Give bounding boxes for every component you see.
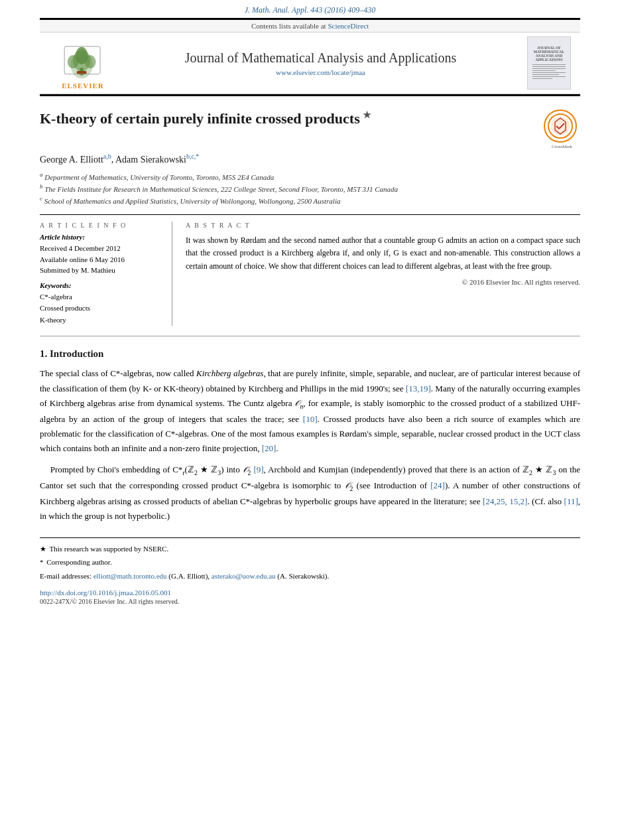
authors-line: George A. Elliotta,b, Adam Sierakowskib,… (40, 153, 580, 165)
crossmark-badge: CrossMark (544, 109, 580, 146)
divider-section (40, 336, 580, 336)
article-title: K-theory of certain purely infinite cros… (40, 109, 537, 127)
svg-point-9 (551, 117, 570, 135)
email1-link[interactable]: elliott@math.toronto.edu (93, 572, 167, 580)
keywords-section: Keywords: C*-algebra Crossed products K-… (40, 281, 162, 326)
journal-ref: J. Math. Anal. Appl. 443 (2016) 409–430 (0, 0, 620, 18)
svg-point-4 (68, 54, 79, 68)
sciencedirect-notice: Contents lists available at ScienceDirec… (40, 20, 580, 33)
sciencedirect-link[interactable]: ScienceDirect (328, 22, 369, 30)
abstract-panel: A B S T R A C T It was shown by Rørdam a… (186, 222, 580, 326)
journal-url-link[interactable]: www.elsevier.com/locate/jmaa (119, 68, 522, 76)
section-1-para1: The special class of C*-algebras, now ca… (40, 366, 580, 456)
abstract-text: It was shown by Rørdam and the second na… (186, 234, 580, 273)
article-info-panel: A R T I C L E I N F O Article history: R… (40, 222, 172, 326)
elsevier-brand: ELSEVIER (62, 82, 104, 90)
divider-top (40, 214, 580, 215)
svg-point-5 (85, 54, 96, 68)
elsevier-logo: ELSEVIER (46, 37, 119, 90)
section-1-para2: Prompted by Choi's embedding of C*r(ℤ2 ★… (40, 462, 580, 524)
doi-link[interactable]: http://dx.doi.org/10.1016/j.jmaa.2016.05… (40, 589, 580, 596)
affiliations: a Department of Mathematics, University … (40, 171, 580, 206)
email2-link[interactable]: asterako@uow.edu.au (212, 572, 276, 580)
copyright-notice: © 2016 Elsevier Inc. All rights reserved… (186, 278, 580, 286)
section-1-title: 1. Introduction (40, 348, 580, 360)
journal-thumbnail: Journal ofMathematicalAnalysis andApplic… (527, 36, 574, 90)
journal-title: Journal of Mathematical Analysis and App… (119, 50, 522, 76)
svg-rect-6 (77, 71, 87, 74)
issn-line: 0022-247X/© 2016 Elsevier Inc. All right… (40, 598, 580, 605)
footnotes: ★ This research was supported by NSERC. … (40, 537, 580, 583)
footnote-star-icon: ★ (363, 110, 371, 120)
